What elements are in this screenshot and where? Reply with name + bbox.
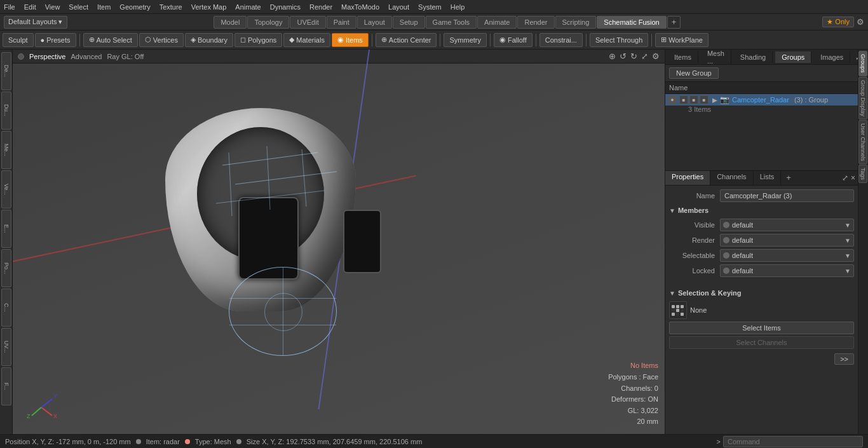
group-icon-1[interactable]: ■ <box>679 95 688 104</box>
prop-select-visible[interactable]: default ▼ <box>720 219 854 231</box>
props-tab-lists[interactable]: Lists <box>754 171 782 185</box>
viewport-ctrl-redo[interactable]: ↻ <box>630 51 637 61</box>
layout-dropdown[interactable]: Default Layouts ▾ <box>4 16 67 29</box>
groups-tab-shading[interactable]: Shading <box>734 51 773 63</box>
prop-arrow-visible[interactable]: ▼ <box>844 222 853 229</box>
layout-tab-uvedit[interactable]: UVEdit <box>290 16 325 29</box>
select-through-button[interactable]: Select Through <box>590 33 648 47</box>
group-item-name[interactable]: Camcopter_Radar <box>732 96 789 104</box>
members-toggle[interactable]: ▼ <box>669 207 675 214</box>
group-icon-3[interactable]: ■ <box>700 95 709 104</box>
menu-item-dynamics[interactable]: Dynamics <box>270 3 301 11</box>
menu-item-geometry[interactable]: Geometry <box>119 3 150 11</box>
groups-tab-groups[interactable]: Groups <box>775 51 811 63</box>
layout-tab-setup[interactable]: Setup <box>393 16 425 29</box>
prop-select-locked[interactable]: default ▼ <box>720 264 854 277</box>
layout-tab-topology[interactable]: Topology <box>247 16 289 29</box>
symmetry-button[interactable]: Symmetry <box>444 33 487 47</box>
viewport-canvas[interactable]: No Items Polygons : Face Channels: 0 Def… <box>13 64 665 434</box>
layout-tab-render[interactable]: Render <box>517 16 554 29</box>
viewport-perspective[interactable]: Perspective <box>29 53 65 60</box>
menu-item-edit[interactable]: Edit <box>24 3 36 11</box>
prop-select-selectable[interactable]: default ▼ <box>720 249 854 262</box>
prop-select-render[interactable]: default ▼ <box>720 234 854 247</box>
props-tab-channels[interactable]: Channels <box>710 171 753 185</box>
layout-tab-animate[interactable]: Animate <box>477 16 517 29</box>
menu-item-render[interactable]: Render <box>309 3 332 11</box>
right-vtab-group-display[interactable]: Group Display <box>858 77 867 119</box>
boundary-button[interactable]: ◈ Boundary <box>185 33 233 47</box>
sidebar-tab-7[interactable]: C... <box>1 288 11 327</box>
layout-tab-schematic-fusion[interactable]: Schematic Fusion <box>597 16 666 29</box>
group-expand-arrow[interactable]: ▶ <box>712 97 717 104</box>
sidebar-tab-6[interactable]: Po... <box>1 249 11 287</box>
select-channels-button[interactable]: Select Channels <box>669 336 854 349</box>
viewport-advanced[interactable]: Advanced <box>71 53 102 60</box>
viewport-raygl[interactable]: Ray GL: Off <box>107 53 144 60</box>
prop-arrow-locked[interactable]: ▼ <box>844 268 853 275</box>
sidebar-tab-8[interactable]: UV... <box>1 328 11 366</box>
menu-item-view[interactable]: View <box>45 3 60 11</box>
layout-tab-paint[interactable]: Paint <box>327 16 356 29</box>
polygons-button[interactable]: ◻ Polygons <box>234 33 282 47</box>
menu-item-texture[interactable]: Texture <box>159 3 182 11</box>
menu-item-help[interactable]: Help <box>451 3 465 11</box>
viewport-ctrl-orbit[interactable]: ⊕ <box>609 51 616 61</box>
prop-input-name[interactable] <box>720 189 854 202</box>
select-items-button[interactable]: Select Items <box>669 322 854 334</box>
menu-item-animate[interactable]: Animate <box>235 3 261 11</box>
layout-tab-model[interactable]: Model <box>214 16 247 29</box>
vertices-button[interactable]: ⬡ Vertices <box>139 33 184 47</box>
presets-button[interactable]: ● Presets <box>35 33 76 47</box>
menu-item-select[interactable]: Select <box>69 3 88 11</box>
menu-item-item[interactable]: Item <box>97 3 111 11</box>
keying-arrow-button[interactable]: >> <box>834 353 854 365</box>
falloff-button[interactable]: ◉ Falloff <box>494 33 532 47</box>
menu-item-system[interactable]: System <box>418 3 442 11</box>
action-center-button[interactable]: ⊕ Action Center <box>376 33 437 47</box>
sidebar-tab-5[interactable]: E... <box>1 210 11 248</box>
group-item-eye[interactable]: ● <box>668 95 677 104</box>
menu-item-layout[interactable]: Layout <box>388 3 409 11</box>
constraints-button[interactable]: Constrai... <box>539 33 583 47</box>
sidebar-tab-3[interactable]: Me... <box>1 131 11 169</box>
layout-tab-game-tools[interactable]: Game Tools <box>426 16 477 29</box>
sculpt-button[interactable]: Sculpt <box>3 33 34 47</box>
right-vtab-groups[interactable]: Groups <box>858 51 867 76</box>
groups-list[interactable]: ● ■ ■ ■ ▶ 📷 Camcopter_Radar (3) : Group … <box>665 94 858 170</box>
sidebar-tab-9[interactable]: F... <box>1 367 11 405</box>
prop-arrow-render[interactable]: ▼ <box>844 237 853 244</box>
sidebar-tab-2[interactable]: Du... <box>1 92 11 130</box>
viewport-ctrl-undo[interactable]: ↺ <box>620 51 627 61</box>
new-group-button[interactable]: New Group <box>669 67 719 79</box>
sidebar-tab-1[interactable]: De... <box>1 52 11 90</box>
sidebar-tab-4[interactable]: Ve... <box>1 170 11 208</box>
sel-keying-toggle[interactable]: ▼ <box>669 290 675 297</box>
star-only-filter[interactable]: ★ Only <box>822 17 854 27</box>
prop-arrow-selectable[interactable]: ▼ <box>844 252 853 259</box>
viewport-ctrl-expand[interactable]: ⤢ <box>641 51 648 61</box>
props-tab-properties[interactable]: Properties <box>665 171 710 185</box>
layout-tab-scripting[interactable]: Scripting <box>555 16 597 29</box>
right-vtab-user-channels[interactable]: User Channels <box>858 120 867 165</box>
groups-tab-mesh-...[interactable]: Mesh ... <box>701 50 731 67</box>
right-vtab-tags[interactable]: Tags <box>858 165 867 183</box>
auto-select-button[interactable]: ⊕ Auto Select <box>83 33 138 47</box>
menu-item-file[interactable]: File <box>4 3 15 11</box>
items-button[interactable]: ◉ Items <box>332 33 369 47</box>
props-expand-icon[interactable]: ⤢ <box>842 173 848 182</box>
group-icon-2[interactable]: ■ <box>689 95 698 104</box>
groups-tab-items[interactable]: Items <box>668 51 698 63</box>
command-input[interactable] <box>723 436 863 447</box>
layout-tab-add[interactable]: + <box>667 16 681 29</box>
menu-item-maxtomodo[interactable]: MaxToModo <box>341 3 379 11</box>
settings-icon[interactable]: ⚙ <box>857 17 864 27</box>
groups-item-camcopter[interactable]: ● ■ ■ ■ ▶ 📷 Camcopter_Radar (3) : Group <box>665 94 858 105</box>
workplane-button[interactable]: ⊞ WorkPlane <box>655 33 709 47</box>
layout-tab-layout[interactable]: Layout <box>357 16 392 29</box>
viewport-ctrl-settings[interactable]: ⚙ <box>652 51 660 61</box>
props-close-icon[interactable]: × <box>851 173 855 182</box>
menu-item-vertex map[interactable]: Vertex Map <box>191 3 227 11</box>
viewport[interactable]: Perspective Advanced Ray GL: Off ⊕ ↺ ↻ ⤢… <box>13 50 665 434</box>
viewport-dot[interactable] <box>18 53 24 60</box>
